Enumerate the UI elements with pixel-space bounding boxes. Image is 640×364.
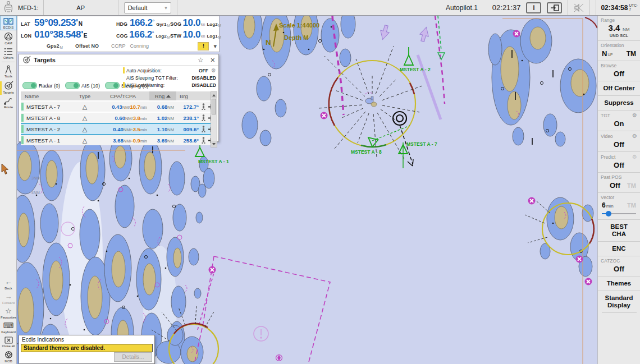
themes-button[interactable]: Themes bbox=[598, 277, 640, 291]
range-value: 3.4 bbox=[609, 23, 620, 33]
standard-display-button[interactable]: Standard Display bbox=[602, 291, 637, 313]
slider-thumb[interactable] bbox=[606, 211, 611, 216]
targets-icon bbox=[4, 81, 13, 90]
indications-title: Ecdis Indications bbox=[19, 335, 154, 343]
orientation-section[interactable]: Orientation N UP TM bbox=[598, 41, 640, 61]
sidebar-item-route[interactable]: Route bbox=[0, 95, 17, 110]
ais-lost-warning-setting[interactable]: AIS Lost Warning: DISABLED bbox=[123, 81, 216, 89]
enc-button[interactable]: ENC bbox=[598, 242, 640, 256]
info-button[interactable]: i bbox=[526, 2, 541, 13]
forward-arrow-icon: → bbox=[5, 293, 12, 301]
sidebar-item-targets[interactable]: Targets bbox=[0, 79, 17, 95]
vector-section[interactable]: Vector 6 min TM bbox=[598, 193, 640, 220]
close-all-button[interactable]: Close all bbox=[0, 335, 17, 349]
target-status-bar bbox=[21, 136, 24, 144]
ais-info-icon[interactable] bbox=[201, 137, 206, 144]
col-brg[interactable]: Brg bbox=[176, 93, 201, 99]
toggle-switch[interactable] bbox=[22, 82, 37, 89]
scroll-down-button[interactable] bbox=[211, 141, 217, 147]
ais-info-icon[interactable] bbox=[201, 103, 206, 110]
gear-icon[interactable]: ⚙ bbox=[632, 112, 637, 118]
range-section[interactable]: Range 3.4 NM UND SCL bbox=[598, 16, 640, 41]
scale-text: Scale 1:44000 bbox=[279, 22, 319, 29]
gear-icon[interactable]: ⚙ bbox=[208, 67, 216, 73]
suppress-button[interactable]: Suppress bbox=[598, 96, 640, 110]
scroll-thumb[interactable] bbox=[212, 99, 216, 114]
sidebar-item-cam[interactable]: CAM bbox=[0, 30, 17, 46]
chart-note-b: 4NM bbox=[31, 191, 40, 195]
keyboard-button[interactable]: ⌨ Keyboard bbox=[0, 320, 17, 335]
targets-table: Name Type CPA/TCPA Rng Brg MSTEST A - 7 … bbox=[19, 91, 218, 145]
exit-icon bbox=[550, 4, 559, 11]
sidebar-item-tools[interactable]: Tools bbox=[0, 63, 17, 79]
lat-readout: LAT 59°09.253' N bbox=[21, 17, 116, 29]
alert-button[interactable]: ! bbox=[198, 42, 209, 50]
mouse-cursor bbox=[1, 164, 9, 175]
target-row-selected[interactable]: MSTEST A - 2 △ 0.40NM/-3.5min 1.10NM 009… bbox=[21, 124, 211, 134]
vector-time-slider[interactable] bbox=[602, 211, 636, 216]
pastpos-section[interactable]: Past POS Off TM bbox=[598, 173, 640, 193]
autopilot-status: Autopilot.1 bbox=[446, 4, 478, 12]
ais-info-icon[interactable] bbox=[201, 114, 206, 121]
ecdis-indications-panel: Ecdis Indications Standard themes are di… bbox=[19, 335, 155, 364]
target-row[interactable]: MSTEST A - 7 △ 0.43NM/10.7min 0.68NM 172… bbox=[21, 102, 211, 112]
sort-asc-icon bbox=[166, 95, 171, 98]
cam-icon bbox=[4, 32, 13, 41]
sidebar-item-others[interactable]: Others bbox=[0, 46, 17, 61]
hdg-readout: HDG 166.2 ° Gyr1 M bbox=[116, 17, 170, 29]
close-icon[interactable]: × bbox=[211, 56, 215, 64]
gear-icon[interactable]: ⚙ bbox=[632, 133, 637, 139]
ais-filter-setting[interactable]: AIS Sleeping TGT Filter: DISABLED bbox=[123, 74, 216, 81]
video-section[interactable]: Video ⚙ Off bbox=[598, 131, 640, 152]
position-source[interactable]: Gps2 bbox=[47, 43, 60, 49]
table-scrollbar[interactable] bbox=[211, 91, 217, 148]
toggle-switch[interactable] bbox=[65, 82, 80, 89]
keyboard-icon: ⌨ bbox=[3, 322, 14, 330]
warning-indicator-bar bbox=[123, 82, 125, 88]
best-cha-button[interactable]: BEST CHA bbox=[605, 220, 633, 241]
favourite-star-icon[interactable]: ☆ bbox=[198, 56, 204, 64]
col-cpa[interactable]: CPA/TCPA bbox=[97, 93, 149, 99]
target-status-bar bbox=[21, 103, 24, 110]
logout-button[interactable] bbox=[547, 2, 562, 13]
targets-panel-header[interactable]: Targets ☆ × bbox=[19, 54, 218, 66]
col-rng-sorted[interactable]: Rng bbox=[149, 91, 176, 100]
browse-section[interactable]: Browse Off bbox=[598, 61, 640, 81]
ais-label-a8: MSTEST A - 8 bbox=[351, 149, 382, 155]
speaker-muted-icon[interactable] bbox=[574, 3, 584, 12]
panel-title: Targets bbox=[34, 57, 56, 63]
profile-select[interactable]: Default ▾ bbox=[124, 2, 171, 13]
toggle-switch[interactable] bbox=[105, 82, 120, 89]
ais-toggle[interactable]: AIS (10) bbox=[65, 82, 100, 89]
details-button[interactable]: Details... bbox=[114, 352, 152, 362]
target-row[interactable]: MSTEST A - 8 △ 0.60NM/3.8min 1.02NM 238.… bbox=[21, 113, 211, 123]
sidebar-item-ecdis[interactable]: ECDIS bbox=[0, 16, 17, 30]
station-label: MFD-1: bbox=[17, 4, 43, 11]
target-row[interactable]: MSTEST A - 1 △ 3.68NM/-0.9min 3.69NM 258… bbox=[21, 135, 211, 145]
north-label: N bbox=[266, 38, 271, 47]
scroll-up-button[interactable] bbox=[211, 92, 217, 98]
auto-acquisition-setting[interactable]: Auto Acquisition: OFF ⚙ bbox=[123, 67, 216, 74]
predict-section[interactable]: Predict ⚙ Off bbox=[598, 152, 640, 173]
forward-button[interactable]: → Forward bbox=[0, 291, 17, 306]
collapse-chevron-icon[interactable]: ▾ bbox=[213, 43, 217, 50]
mob-button[interactable]: MOB bbox=[0, 349, 17, 364]
catzoc-section[interactable]: CATZOC Off bbox=[598, 256, 640, 277]
indication-message[interactable]: Standard themes are disabled. bbox=[21, 344, 153, 352]
target-status-bar bbox=[21, 114, 24, 122]
back-button[interactable]: ← Back bbox=[0, 277, 17, 291]
ais-label-a2: MSTEST A - 2 bbox=[400, 67, 431, 72]
favourites-button[interactable]: ☆ Favourites bbox=[0, 306, 17, 320]
radar-toggle[interactable]: Radar (0) bbox=[22, 82, 60, 89]
conning-label[interactable]: Conning bbox=[130, 43, 149, 49]
nav-data-panel: LAT 59°09.253' N HDG 166.2 ° Gyr1 M SOG … bbox=[17, 16, 220, 52]
off-center-button[interactable]: Off Center bbox=[598, 81, 640, 96]
tgt-section[interactable]: TGT ⚙ On bbox=[598, 110, 640, 131]
gear-icon[interactable]: ⚙ bbox=[632, 154, 637, 160]
compass-tool-icon bbox=[4, 65, 12, 74]
offset-status[interactable]: Offset NO bbox=[75, 43, 99, 49]
ais-info-icon[interactable] bbox=[201, 126, 206, 132]
chevron-down-icon: ▾ bbox=[164, 5, 167, 11]
col-type[interactable]: Type bbox=[73, 93, 97, 99]
col-name[interactable]: Name bbox=[25, 93, 73, 99]
